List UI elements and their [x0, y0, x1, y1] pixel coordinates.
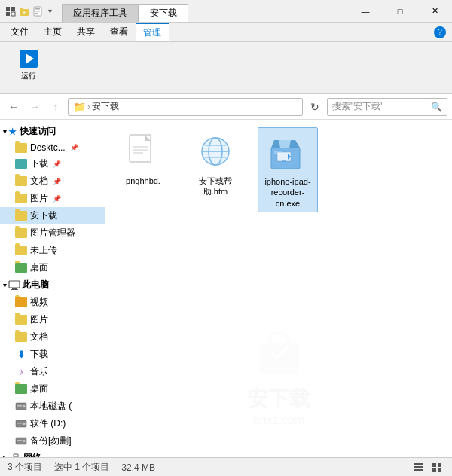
new-folder-qat[interactable]: + — [18, 5, 30, 17]
music-icon: ♪ — [15, 366, 27, 377]
status-size: 32.4 MB — [121, 462, 155, 473]
file-icon — [270, 131, 306, 173]
ribbon-tab-share[interactable]: 共享 — [69, 23, 102, 41]
network-icon — [10, 453, 22, 457]
properties-qat[interactable] — [32, 5, 44, 17]
sidebar: ▾ ★ 快速访问 Desktc... 📌 下载 📌 文档 📌 图片 📌 安下载 — [0, 120, 105, 457]
svg-point-17 — [23, 405, 26, 407]
content-area: 安下载 anxz.com pnghhbd. — [105, 120, 452, 457]
svg-rect-44 — [282, 160, 286, 162]
run-button[interactable]: 运行 — [14, 45, 44, 83]
quick-access-star: ★ — [8, 127, 17, 137]
title-bar-tabs: 应用程序工具 安下载 — [59, 0, 348, 22]
svg-rect-51 — [432, 468, 436, 472]
up-button[interactable]: ↑ — [47, 98, 65, 116]
sidebar-item-unuploaded[interactable]: 未上传 — [0, 242, 105, 259]
sidebar-item-label: 本地磁盘 ( — [30, 400, 72, 413]
sidebar-item-docs-qa[interactable]: 文档 📌 — [0, 172, 105, 190]
sidebar-item-downloads-pc[interactable]: ⬇ 下载 — [0, 346, 105, 363]
grid-view-button[interactable] — [429, 460, 444, 475]
svg-rect-2 — [6, 12, 10, 16]
title-bar: + ▾ 应用程序工具 安下载 — □ ✕ — [0, 0, 452, 23]
list-view-button[interactable] — [411, 460, 426, 475]
title-bar-controls: — □ ✕ — [348, 0, 452, 22]
back-button[interactable]: ← — [5, 98, 23, 116]
tab-tools[interactable]: 应用程序工具 — [62, 4, 139, 22]
maximize-button[interactable]: □ — [383, 0, 417, 23]
sidebar-item-desktop-pc[interactable]: 桌面 — [0, 380, 105, 398]
sidebar-item-label: 备份[勿删] — [30, 435, 72, 447]
file-icon — [125, 130, 161, 172]
pin-icon: 📌 — [53, 178, 61, 185]
address-input[interactable]: 📁 › 安下载 — [68, 98, 303, 116]
ribbon-tab-home[interactable]: 主页 — [36, 23, 69, 41]
title-bar-left: + ▾ — [0, 0, 59, 22]
this-pc-arrow: ▾ — [3, 282, 7, 289]
folder-icon — [15, 246, 27, 255]
svg-rect-1 — [11, 7, 15, 11]
folder-icon — [15, 228, 27, 238]
quick-access-header[interactable]: ▾ ★ 快速访问 — [0, 123, 105, 140]
sidebar-item-label: 图片 — [30, 313, 48, 326]
ribbon-tab-manage[interactable]: 管理 — [136, 23, 169, 41]
svg-rect-0 — [6, 7, 10, 11]
pin-icon: 📌 — [70, 144, 78, 151]
file-item[interactable]: pnghhbd. — [113, 127, 173, 212]
svg-rect-50 — [438, 463, 441, 467]
svg-rect-49 — [432, 463, 436, 467]
sidebar-item-label: Desktc... — [30, 142, 66, 153]
svg-rect-52 — [438, 468, 441, 472]
drive-icon — [15, 401, 27, 411]
qat-icon[interactable] — [5, 5, 17, 17]
this-pc-icon — [8, 280, 20, 290]
sidebar-item-label: 下载 — [30, 157, 48, 170]
file-name: 安下载帮助.htm — [188, 175, 243, 197]
sidebar-item-docs-pc[interactable]: 文档 — [0, 328, 105, 346]
status-selected: 选中 1 个项目 — [54, 461, 109, 474]
sidebar-item-video[interactable]: 视频 — [0, 294, 105, 311]
sidebar-item-label: 文档 — [30, 331, 48, 343]
sidebar-item-pictures-pc[interactable]: 图片 — [0, 311, 105, 328]
svg-rect-14 — [12, 288, 17, 289]
ribbon-tab-file[interactable]: 文件 — [3, 23, 36, 41]
sidebar-item-pictures-qa[interactable]: 图片 📌 — [0, 190, 105, 207]
address-breadcrumb: 📁 › 安下载 — [73, 100, 119, 113]
drive-icon — [15, 419, 27, 429]
sidebar-item-downloads-qa[interactable]: 下载 📌 — [0, 155, 105, 172]
tab-current-folder[interactable]: 安下载 — [139, 4, 188, 22]
search-box[interactable]: 搜索"安下载" 🔍 — [327, 98, 447, 116]
sidebar-item-music[interactable]: ♪ 音乐 — [0, 363, 105, 380]
watermark-text: 安下载 — [247, 385, 310, 413]
search-icon: 🔍 — [431, 102, 442, 112]
sidebar-item-desktop-qa[interactable]: 桌面 — [0, 259, 105, 276]
forward-button[interactable]: → — [26, 98, 44, 116]
sidebar-item-label: 软件 (D:) — [30, 417, 66, 430]
sidebar-item-local-disk[interactable]: 本地磁盘 ( — [0, 398, 105, 415]
file-item-selected[interactable]: iphone-ipad-recorder-cn.exe — [258, 127, 318, 212]
help-button[interactable]: ? — [434, 26, 446, 38]
file-grid: pnghhbd. — [113, 127, 444, 212]
sidebar-item-label: 图片管理器 — [30, 227, 75, 240]
folder-icon — [15, 263, 27, 273]
ribbon-tab-view[interactable]: 查看 — [102, 23, 136, 41]
sidebar-item-backup[interactable]: 备份[勿删] — [0, 432, 105, 450]
refresh-button[interactable]: ↻ — [306, 98, 324, 116]
svg-text:+: + — [23, 10, 26, 15]
minimize-button[interactable]: — — [348, 0, 383, 23]
quick-access-label: 快速访问 — [20, 125, 56, 138]
svg-point-20 — [23, 423, 26, 425]
file-item[interactable]: 安下载帮助.htm — [185, 127, 246, 212]
sidebar-item-desktop[interactable]: Desktc... 📌 — [0, 140, 105, 155]
svg-rect-3 — [11, 12, 15, 16]
svg-rect-9 — [35, 11, 40, 12]
network-header[interactable]: ▶ 网络 — [0, 450, 105, 457]
dropdown-qat[interactable]: ▾ — [45, 7, 54, 16]
sidebar-item-anxz[interactable]: 安下载 — [0, 207, 105, 224]
this-pc-header[interactable]: ▾ 此电脑 — [0, 276, 105, 294]
svg-rect-21 — [17, 423, 22, 424]
sidebar-item-software[interactable]: 软件 (D:) — [0, 415, 105, 432]
sidebar-item-label: 图片 — [30, 192, 48, 205]
sidebar-item-label: 下载 — [30, 348, 48, 361]
sidebar-item-imgmgr[interactable]: 图片管理器 — [0, 224, 105, 242]
close-button[interactable]: ✕ — [417, 0, 452, 23]
